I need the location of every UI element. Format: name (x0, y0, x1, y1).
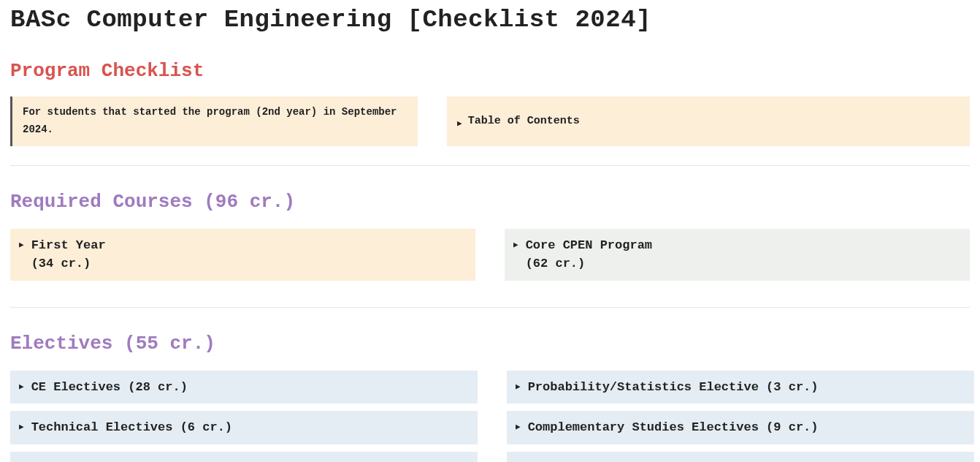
ce-electives-label: CE Electives (28 cr.) (31, 378, 188, 397)
electives-heading: Electives (55 cr.) (10, 333, 970, 355)
technical-electives-label: Technical Electives (6 cr.) (31, 418, 232, 437)
technical-electives-block[interactable]: ▶ Technical Electives (6 cr.) (10, 411, 478, 444)
free-electives-label: Free Electives (6 cr.) (528, 459, 692, 462)
first-year-label: First Year(34 cr.) (31, 236, 106, 273)
chevron-right-icon: ▶ (516, 378, 521, 391)
chevron-right-icon: ▶ (19, 418, 24, 431)
info-note-block: For students that started the program (2… (10, 96, 418, 146)
core-cpen-label: Core CPEN Program(62 cr.) (526, 236, 652, 273)
chevron-right-icon: ▶ (457, 115, 462, 128)
toc-label: Table of Contents (468, 115, 580, 127)
toc-block[interactable]: ▶ Table of Contents (447, 96, 970, 146)
comp-studies-elective-block[interactable]: ▶ Complementary Studies Electives (9 cr.… (507, 411, 974, 444)
chevron-right-icon: ▶ (513, 236, 518, 249)
chevron-right-icon: ▶ (19, 378, 24, 391)
prob-stats-elective-label: Probability/Statistics Elective (3 cr.) (528, 378, 819, 397)
chevron-right-icon: ▶ (19, 459, 24, 462)
science-elective-block[interactable]: ▶ Science Elective (3 cr.) (10, 452, 478, 462)
required-courses-heading: Required Courses (96 cr.) (10, 191, 970, 213)
chevron-right-icon: ▶ (516, 418, 521, 431)
comp-studies-elective-label: Complementary Studies Electives (9 cr.) (528, 418, 819, 437)
first-year-block[interactable]: ▶ First Year(34 cr.) (10, 229, 475, 281)
core-cpen-block[interactable]: ▶ Core CPEN Program(62 cr.) (505, 229, 970, 281)
page-title: BASc Computer Engineering [Checklist 202… (10, 6, 970, 34)
section-divider (10, 165, 970, 166)
science-elective-label: Science Elective (3 cr.) (31, 459, 210, 462)
chevron-right-icon: ▶ (19, 236, 24, 249)
program-checklist-heading: Program Checklist (10, 60, 970, 82)
prob-stats-elective-block[interactable]: ▶ Probability/Statistics Elective (3 cr.… (507, 371, 974, 404)
info-note-text: For students that started the program (2… (23, 106, 397, 135)
section-divider (10, 307, 970, 308)
ce-electives-block[interactable]: ▶ CE Electives (28 cr.) (10, 371, 478, 404)
free-electives-block[interactable]: ▶ Free Electives (6 cr.) (507, 452, 974, 462)
chevron-right-icon: ▶ (516, 459, 521, 462)
